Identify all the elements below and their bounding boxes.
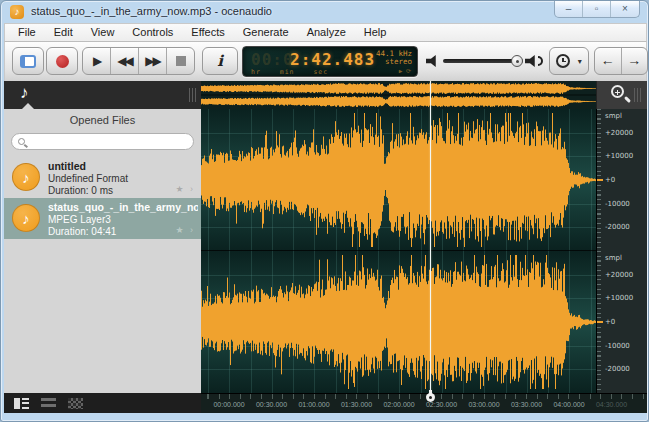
timeline-ruler[interactable]: 00:00.000 00:30.000 01:00.000 01:30.000 … [201, 393, 647, 413]
maximize-button[interactable]: ▫ [583, 1, 611, 17]
amplitude-ruler[interactable]: smpl +20000 +10000 +0 -10000 -20000 smpl… [596, 109, 647, 393]
app-window: ♪ status_quo_-_in_the_army_now.mp3 - oce… [0, 0, 649, 422]
sidebar-tab-notch [22, 103, 34, 109]
record-icon [56, 55, 69, 68]
search-icon [18, 138, 25, 145]
file-format: MPEG Layer3 [48, 214, 111, 225]
menu-bar: File Edit View Controls Effects Generate… [4, 23, 647, 42]
menu-analyze[interactable]: Analyze [298, 24, 355, 41]
sample-rate-label: 44.1 kHz stereo [376, 50, 412, 66]
zoom-panel [596, 81, 647, 109]
file-name: untitled [48, 160, 198, 172]
file-name: status_quo_-_in_the_army_now.... [48, 201, 198, 213]
menu-help[interactable]: Help [355, 24, 396, 41]
menu-file[interactable]: File [9, 24, 45, 41]
panel-title: Opened Files [4, 114, 201, 126]
window-title: status_quo_-_in_the_army_now.mp3 - ocena… [31, 5, 272, 17]
time-value: 2:42.483 [290, 50, 375, 69]
file-item-actions[interactable]: ★ › [175, 225, 195, 235]
toolbar: ▶ ◀◀ ▶▶ i 00:0 2:42.483 hr min sec 44.1 … [4, 42, 647, 81]
transport-controls: ▶ ◀◀ ▶▶ [82, 47, 195, 75]
playhead-cursor[interactable] [430, 81, 431, 393]
music-note-icon: ♪ [20, 83, 29, 103]
app-logo-icon: ♪ [10, 5, 24, 19]
stop-button[interactable] [167, 48, 194, 74]
file-list-item-selected[interactable]: ♪ status_quo_-_in_the_army_now.... MPEG … [4, 198, 201, 239]
window-controls: – ▫ × [554, 1, 640, 18]
grid-view-button[interactable] [68, 398, 83, 409]
chevron-down-icon: ▾ [578, 57, 582, 66]
scale-unit-label: smpl [605, 254, 622, 262]
search-input[interactable] [30, 135, 190, 148]
zoom-panel-grip-handle[interactable] [634, 88, 642, 102]
file-duration: Duration: 0 ms [48, 185, 113, 196]
menu-view[interactable]: View [82, 24, 124, 41]
list-view-button[interactable] [41, 398, 56, 409]
sidebar-view-modes [4, 393, 201, 413]
window-frame-bottom [4, 413, 647, 420]
menu-controls[interactable]: Controls [123, 24, 182, 41]
time-units: hr min sec [251, 68, 328, 76]
sidebar: ♪ Opened Files ♪ untitled Undefined Form… [4, 81, 201, 413]
menu-generate[interactable]: Generate [234, 24, 298, 41]
record-button[interactable] [46, 47, 78, 75]
details-view-button[interactable] [14, 398, 29, 409]
stop-icon [176, 56, 186, 66]
forward-button[interactable]: → [622, 48, 648, 74]
volume-wave-icon [538, 56, 543, 66]
sidebar-header: ♪ [4, 81, 201, 109]
search-box [11, 133, 194, 150]
display-mode-icons: ▶ ⟳ [399, 67, 411, 74]
menu-effects[interactable]: Effects [182, 24, 233, 41]
time-display[interactable]: 00:0 2:42.483 hr min sec 44.1 kHz stereo… [242, 46, 418, 77]
minimize-button[interactable]: – [555, 1, 583, 17]
volume-slider-knob[interactable] [511, 55, 523, 67]
navigation-buttons: ← → [594, 47, 648, 75]
clock-icon [556, 54, 570, 68]
volume-control [426, 52, 542, 70]
sidebar-grip-handle[interactable] [189, 88, 197, 102]
titlebar[interactable]: ♪ status_quo_-_in_the_army_now.mp3 - oce… [1, 1, 648, 23]
fast-forward-button[interactable]: ▶▶ [139, 48, 167, 74]
sidebar-toggle-button[interactable] [12, 47, 44, 75]
rewind-button[interactable]: ◀◀ [111, 48, 139, 74]
main-waveform[interactable] [201, 109, 596, 393]
file-list-item[interactable]: ♪ untitled Undefined Format Duration: 0 … [4, 157, 201, 198]
waveform-pane: smpl +20000 +10000 +0 -10000 -20000 smpl… [201, 81, 647, 413]
file-duration: Duration: 04:41 [48, 226, 116, 237]
back-button[interactable]: ← [595, 48, 622, 74]
sidebar-toggle-icon [20, 55, 36, 68]
volume-slider[interactable] [443, 59, 523, 63]
volume-min-icon[interactable] [426, 55, 439, 67]
volume-max-icon[interactable] [525, 55, 538, 67]
overview-waveform[interactable] [201, 81, 596, 109]
time-format-button[interactable]: ▾ [549, 47, 589, 75]
play-button[interactable]: ▶ [83, 48, 111, 74]
file-item-actions[interactable]: ★ › [175, 184, 195, 194]
scale-unit-label: smpl [605, 112, 622, 120]
audio-file-icon: ♪ [12, 163, 40, 191]
file-format: Undefined Format [48, 173, 128, 184]
time-dim-digits: 00:0 [251, 50, 294, 69]
zoom-in-icon[interactable] [611, 85, 624, 98]
audio-file-icon: ♪ [12, 204, 40, 232]
menu-edit[interactable]: Edit [45, 24, 82, 41]
info-button[interactable]: i [202, 47, 238, 75]
close-button[interactable]: × [611, 1, 639, 17]
